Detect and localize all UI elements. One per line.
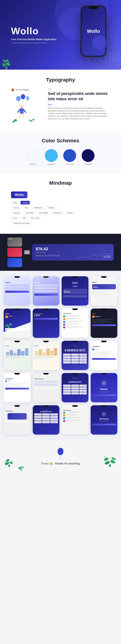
hero-section: Wollo Your Personal Mobile Wallet Applic…	[0, 0, 121, 70]
typography-illustration	[11, 93, 37, 122]
sc-usd-title: US $3325.64	[92, 346, 116, 347]
mindmap-content: Wollo Login Signup Account Drop Notifica…	[7, 192, 114, 226]
sc-done-title: Done!	[92, 388, 116, 390]
sc-list-title: Transactions	[63, 313, 87, 314]
sc-allsaved-title: All Saved	[92, 418, 116, 420]
svg-line-17	[24, 110, 26, 112]
typography-left: 🍎 SF Pro Display	[11, 88, 40, 123]
footer-balloon	[57, 448, 64, 458]
font-label: 🍎 SF Pro Display	[11, 88, 40, 91]
svg-point-25	[8, 326, 10, 328]
svg-point-24	[29, 120, 30, 121]
screen-new-account: + New Account Q W E R T Y U I	[33, 373, 59, 402]
color-hex-3: #2752C5	[66, 164, 74, 166]
mindmap-tag-currencies: Currencies	[23, 211, 35, 215]
mindmap-tag-send: Send	[11, 216, 19, 220]
svg-point-27	[9, 323, 13, 326]
phone-mockup: Wollo	[81, 6, 106, 57]
screen-amount2: US $3325.64 Ripple	[4, 373, 31, 402]
screens-row-5: + New Card Q W E R T Y Amount	[4, 405, 117, 434]
svg-point-34	[109, 464, 111, 467]
mindmap-tag-settings: Settings	[46, 206, 56, 210]
card-small-2	[7, 248, 22, 257]
card-amount-small: $76.42	[7, 238, 22, 240]
colors-title: Color Schemes	[11, 138, 110, 144]
screen-notch	[101, 308, 107, 310]
sc-signup-field-3	[34, 290, 58, 292]
sc-home-logo: Wollo	[63, 282, 87, 284]
svg-point-31	[6, 459, 10, 462]
svg-point-22	[30, 120, 33, 122]
svg-point-9	[21, 94, 25, 99]
mindmap-tag-add: Add	[20, 216, 27, 220]
screen-notch	[14, 341, 20, 342]
screen-transactions: Transactions	[62, 308, 88, 338]
mindmap-tag-balances: Balances	[11, 211, 22, 215]
footer-thanks-text: Thanks for watching.	[55, 462, 80, 465]
sc-field-1	[5, 284, 29, 286]
color-item-3: #2752C5	[63, 149, 76, 166]
svg-point-44	[21, 466, 24, 468]
mindmap-tag-drop: Drop	[23, 206, 30, 210]
sc-signup-title: Sign Up	[34, 282, 58, 283]
footer-balloon-wrap	[4, 448, 117, 459]
sc-bar-chart-1	[5, 348, 29, 356]
screens-row-4: US $3325.64 Ripple + New Account	[4, 373, 117, 402]
sc-signup-btn	[34, 294, 58, 296]
typography-grid: 🍎 SF Pro Display	[11, 88, 110, 123]
sc-chart1-title: Balance	[5, 345, 29, 346]
sc-bar-chart-2	[34, 348, 58, 356]
svg-point-36	[110, 459, 116, 464]
color-item-2: #44B7F7	[45, 149, 58, 166]
mindmap-row-4: Send Add Buy or sell	[11, 216, 41, 220]
mindmap-tag-buyorsell: Buy or sell	[29, 216, 41, 220]
screen-amount-btc: Amount 0.0000010 BTC 123 456 789	[62, 341, 88, 370]
hero-phone: Wollo	[81, 6, 106, 57]
sc-login-title: Log In	[5, 282, 29, 283]
sc-btcnum-amount: 0.0000010 BTC	[34, 411, 58, 412]
apple-icon: 🍎	[11, 88, 14, 91]
screen-notch	[43, 405, 49, 407]
sc-btc2-amount: 0 BTC	[34, 314, 58, 317]
typography-right: Title Sed ut perspiciatis unde omnis ist…	[48, 88, 110, 123]
mindmap-tag-transactions: Transactions & Details	[11, 221, 32, 225]
screen-notch	[72, 341, 78, 342]
screen-notch	[101, 341, 107, 342]
mindmap-logo: Wollo	[11, 192, 27, 198]
svg-point-38	[111, 457, 115, 460]
svg-point-41	[104, 456, 105, 458]
body-text: Sed ut perspiciatis, unde omnis iste nat…	[48, 107, 110, 120]
screen-notch	[14, 308, 20, 310]
svg-point-32	[5, 462, 6, 463]
screen-list-tx: Transactions	[62, 405, 88, 434]
svg-point-40	[115, 459, 116, 460]
card-main-wrap: $76.42 Your Account 4303 1234 5678 9101 …	[32, 244, 114, 260]
screen-notch	[14, 276, 20, 278]
card-chart	[77, 250, 114, 260]
svg-point-6	[8, 62, 10, 63]
chip-icon	[24, 250, 30, 254]
card-section: $76.42 $76.42 Your Account 4303 1234 567…	[0, 234, 121, 271]
screen-notch	[72, 276, 78, 278]
mindmap-tag-viewdetails: View details	[37, 211, 50, 215]
sc-allsaved-check: ✓	[102, 412, 106, 416]
sc-dots	[63, 286, 87, 287]
body-label: Body	[48, 104, 110, 106]
title-label: Title	[48, 88, 110, 90]
svg-point-28	[8, 464, 10, 467]
sc-newcard-title: + New Card	[5, 410, 29, 412]
svg-point-5	[3, 60, 5, 62]
phone-screen: Wollo	[82, 6, 105, 56]
sc-login-btn	[5, 290, 29, 293]
card-small-3	[7, 258, 22, 267]
svg-rect-15	[20, 108, 24, 114]
card-small-1: $76.42	[7, 238, 22, 246]
color-swatch-2	[45, 149, 58, 162]
mindmap-tag-editinginfo: Editing Info	[51, 211, 64, 215]
sc-amount2-title: US $3325.64	[5, 378, 29, 380]
svg-point-14	[20, 105, 23, 108]
sc-btc2-addr: L8Y024466BTC	[34, 313, 58, 314]
screens-row-2: 0 BTC Bitcoin 0.00 BTC	[4, 308, 117, 338]
screen-login: Log In	[4, 276, 31, 306]
sc-field-2	[5, 287, 29, 290]
